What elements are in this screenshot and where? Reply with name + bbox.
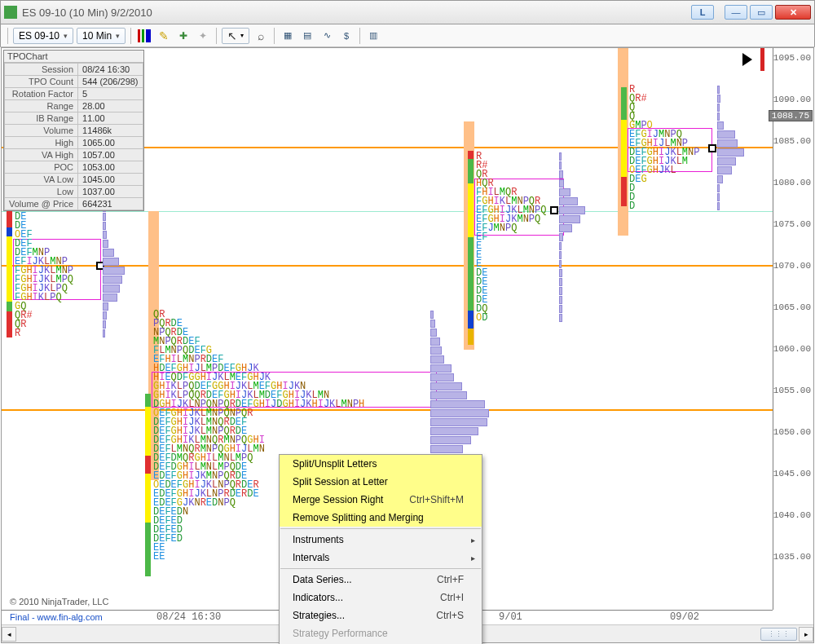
time-tick: 09/02: [670, 611, 699, 623]
tpo-stats-panel: TPOChart Session08/24 16:30TPO Count544 …: [3, 50, 144, 211]
price-tick: 1050.00: [773, 427, 811, 437]
copyright-text: © 2010 NinjaTrader, LLC: [10, 597, 108, 607]
stat-label: Session: [5, 64, 78, 76]
menu-item-label: Intervals: [293, 552, 329, 563]
scroll-right-button[interactable]: ▸: [799, 627, 813, 642]
context-menu-item[interactable]: Instruments: [280, 531, 482, 549]
context-menu: Split/Unsplit LettersSplit Session at Le…: [279, 454, 482, 644]
context-menu-item[interactable]: Intervals: [280, 549, 482, 567]
interval-value: 10 Min: [82, 30, 112, 42]
pointer-dropdown[interactable]: ▾: [222, 28, 249, 44]
toolbar-separator: [130, 28, 131, 44]
menu-item-label: Instruments: [293, 534, 344, 545]
price-tick: 1080.00: [773, 178, 811, 187]
tpo-stats-table: Session08/24 16:30TPO Count544 (206/298)…: [4, 63, 143, 210]
stat-label: Volume @ Price: [5, 198, 78, 210]
context-menu-item[interactable]: Merge Session RightCtrl+Shift+M: [280, 491, 482, 509]
stat-value: 664231: [78, 198, 143, 210]
price-tick: 1075.00: [773, 219, 811, 229]
close-button[interactable]: ✕: [775, 5, 811, 20]
chart-area[interactable]: 1095.00 1090.00 1085.00 1080.00 1075.00 …: [1, 47, 814, 643]
context-menu-item[interactable]: Split/Unsplit Letters: [280, 455, 482, 473]
tpo-panel-title: TPOChart: [4, 51, 143, 63]
menu-item-label: Strategy Performance: [293, 628, 388, 639]
tpo-letters: R R# QR HQR FHILMQR FGHIKLMNPQR EFGHIJKL…: [476, 152, 546, 323]
stat-label: Rotation Factor: [5, 88, 78, 100]
stat-label: IB Range: [5, 112, 78, 125]
session-0901: R R# QR HQR FHILMQR FGHIKLMNPQR EFGHIJKL…: [468, 48, 619, 610]
stat-value: 11.00: [78, 112, 143, 125]
menu-item-shortcut: Ctrl+I: [440, 592, 464, 603]
menu-item-shortcut: Ctrl+F: [437, 574, 464, 585]
window-titlebar: ES 09-10 (10 Min) 9/2/2010 L — ▭ ✕: [0, 0, 815, 24]
add-button[interactable]: [175, 28, 192, 44]
price-tick: 1035.00: [773, 552, 811, 562]
time-tick: 9/01: [499, 611, 522, 623]
tpo-letters: R QR# Q Q GMPO EFGIJMNPQ EFGHIJLMNP DEFG…: [629, 86, 699, 211]
wand-button[interactable]: [195, 28, 211, 44]
stat-label: Range: [5, 100, 78, 112]
stat-value: 28.00: [78, 100, 143, 112]
window-title: ES 09-10 (10 Min) 9/2/2010: [22, 7, 689, 19]
maximize-button[interactable]: ▭: [750, 5, 773, 20]
price-tick: 1055.00: [773, 386, 811, 395]
properties-button[interactable]: ▥: [365, 28, 381, 44]
stat-value: 1057.00: [78, 149, 143, 161]
data-button[interactable]: ▦: [280, 28, 296, 44]
price-tick: 1040.00: [773, 510, 811, 520]
chart2-button[interactable]: ▤: [299, 28, 315, 44]
price-axis: 1095.00 1090.00 1085.00 1080.00 1075.00 …: [773, 48, 813, 610]
price-tick: 1090.00: [773, 95, 811, 104]
toolbar: ES 09-10 10 Min ▾ ▦ ▤ ∿ $ ▥: [0, 24, 815, 47]
indicator-button[interactable]: ∿: [319, 28, 335, 44]
dollar-button[interactable]: $: [338, 28, 355, 44]
stat-value: 08/24 16:30: [78, 64, 143, 76]
context-menu-item: Strategy Performance: [280, 624, 482, 642]
menu-item-label: Indicators...: [293, 592, 343, 603]
last-price-marker: 1088.75: [769, 110, 813, 121]
stat-label: Volume: [5, 125, 78, 137]
poc-marker: [708, 144, 716, 152]
menu-item-label: Strategies...: [293, 610, 345, 621]
time-tick: 08/24 16:30: [156, 611, 221, 623]
menu-item-label: Data Series...: [293, 574, 352, 585]
context-menu-item[interactable]: Strategies...Ctrl+S: [280, 607, 482, 624]
window-link-button[interactable]: L: [691, 5, 714, 20]
scroll-left-button[interactable]: ◂: [2, 627, 16, 642]
draw-button[interactable]: [156, 28, 172, 44]
minimize-button[interactable]: —: [725, 5, 747, 20]
stat-value: 5: [78, 88, 143, 100]
scroll-thumb[interactable]: ⋮⋮⋮: [760, 628, 797, 641]
stat-value: 1037.00: [78, 186, 143, 198]
menu-item-label: Split/Unsplit Letters: [293, 458, 377, 470]
menu-item-label: Remove Splitting and Merging: [293, 512, 424, 523]
symbol-dropdown[interactable]: ES 09-10: [13, 28, 73, 44]
app-icon: [4, 6, 17, 19]
footer-link[interactable]: Final - www.fin-alg.com: [10, 612, 103, 622]
price-tick: 1070.00: [773, 261, 811, 271]
stat-value: 544 (206/298): [78, 76, 143, 88]
price-tick: 1085.00: [773, 136, 811, 146]
context-menu-item[interactable]: Data Series...Ctrl+F: [280, 571, 482, 589]
interval-dropdown[interactable]: 10 Min: [77, 28, 126, 44]
stat-value: 11486k: [78, 125, 143, 137]
candle-icon: [138, 29, 151, 42]
price-tick: 1060.00: [773, 344, 811, 354]
chartstyle-button[interactable]: [136, 28, 152, 44]
context-menu-item[interactable]: Indicators...Ctrl+I: [280, 589, 482, 607]
menu-item-label: Split Session at Letter: [293, 476, 388, 487]
price-tick: 1045.00: [773, 469, 811, 479]
tpo-letters: DE DE DE DE OEF DEF DEFMNP EFIJKLMNP FGH…: [15, 195, 73, 338]
price-tick: 1065.00: [773, 302, 811, 312]
stat-label: TPO Count: [5, 76, 78, 88]
session-0902: R QR# Q Q GMPO EFGIJMNPQ EFGHIJLMNP DEFG…: [621, 48, 772, 610]
menu-item-label: Merge Session Right: [293, 494, 383, 505]
zoom-button[interactable]: [253, 28, 269, 44]
stat-label: VA Low: [5, 174, 78, 186]
context-menu-item[interactable]: Remove Splitting and Merging: [280, 509, 482, 527]
stat-label: VA High: [5, 149, 78, 161]
stat-label: POC: [5, 161, 78, 174]
poc-marker: [550, 206, 558, 214]
context-menu-item[interactable]: Split Session at Letter: [280, 473, 482, 491]
toolbar-separator: [7, 28, 8, 44]
